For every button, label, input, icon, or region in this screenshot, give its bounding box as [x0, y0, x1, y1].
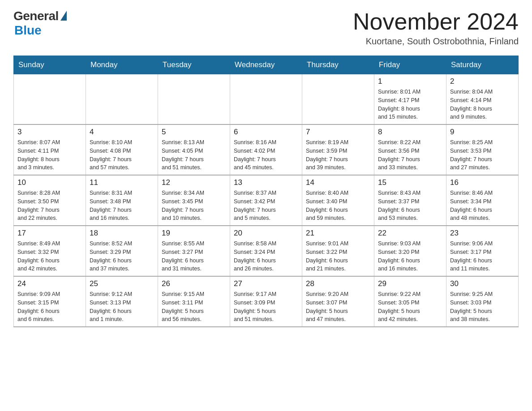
weekday-header-sunday: Sunday: [14, 56, 86, 74]
calendar-cell: 30Sunrise: 9:25 AM Sunset: 3:03 PM Dayli…: [446, 276, 519, 327]
weekday-header-monday: Monday: [86, 56, 158, 74]
calendar-cell: 2Sunrise: 8:04 AM Sunset: 4:14 PM Daylig…: [446, 74, 519, 125]
calendar-cell: [230, 74, 302, 125]
calendar-cell: 19Sunrise: 8:55 AM Sunset: 3:27 PM Dayli…: [158, 226, 230, 276]
day-number: 7: [306, 128, 370, 137]
calendar-week-1: 1Sunrise: 8:01 AM Sunset: 4:17 PM Daylig…: [14, 74, 519, 125]
day-number: 20: [234, 229, 298, 238]
day-info: Sunrise: 9:20 AM Sunset: 3:07 PM Dayligh…: [306, 290, 370, 324]
day-info: Sunrise: 8:40 AM Sunset: 3:40 PM Dayligh…: [306, 189, 370, 223]
day-number: 11: [90, 178, 154, 187]
calendar-week-4: 17Sunrise: 8:49 AM Sunset: 3:32 PM Dayli…: [14, 226, 519, 276]
calendar-cell: 16Sunrise: 8:46 AM Sunset: 3:34 PM Dayli…: [446, 175, 519, 226]
calendar-cell: 5Sunrise: 8:13 AM Sunset: 4:05 PM Daylig…: [158, 124, 230, 175]
day-info: Sunrise: 9:17 AM Sunset: 3:09 PM Dayligh…: [234, 290, 298, 324]
day-info: Sunrise: 9:12 AM Sunset: 3:13 PM Dayligh…: [90, 290, 154, 324]
day-number: 29: [378, 279, 442, 288]
day-info: Sunrise: 9:01 AM Sunset: 3:22 PM Dayligh…: [306, 240, 370, 273]
calendar-cell: 27Sunrise: 9:17 AM Sunset: 3:09 PM Dayli…: [230, 276, 302, 327]
day-number: 1: [378, 77, 442, 86]
day-number: 2: [450, 77, 515, 86]
calendar-cell: 26Sunrise: 9:15 AM Sunset: 3:11 PM Dayli…: [158, 276, 230, 327]
calendar-cell: 3Sunrise: 8:07 AM Sunset: 4:11 PM Daylig…: [14, 124, 86, 175]
day-info: Sunrise: 8:25 AM Sunset: 3:53 PM Dayligh…: [450, 138, 515, 172]
calendar-cell: 21Sunrise: 9:01 AM Sunset: 3:22 PM Dayli…: [302, 226, 374, 276]
day-number: 3: [17, 128, 82, 137]
calendar-body: 1Sunrise: 8:01 AM Sunset: 4:17 PM Daylig…: [14, 74, 519, 327]
day-number: 15: [378, 178, 442, 187]
day-info: Sunrise: 8:28 AM Sunset: 3:50 PM Dayligh…: [17, 189, 82, 223]
logo-general-text: General: [13, 9, 59, 23]
logo-blue-text: Blue: [14, 23, 42, 38]
calendar-cell: [302, 74, 374, 125]
calendar-cell: 11Sunrise: 8:31 AM Sunset: 3:48 PM Dayli…: [86, 175, 158, 226]
calendar-cell: [158, 74, 230, 125]
calendar-table: SundayMondayTuesdayWednesdayThursdayFrid…: [13, 56, 519, 327]
calendar-cell: 12Sunrise: 8:34 AM Sunset: 3:45 PM Dayli…: [158, 175, 230, 226]
calendar-week-2: 3Sunrise: 8:07 AM Sunset: 4:11 PM Daylig…: [14, 124, 519, 175]
day-info: Sunrise: 9:25 AM Sunset: 3:03 PM Dayligh…: [450, 290, 515, 324]
day-number: 4: [90, 128, 154, 137]
calendar-week-3: 10Sunrise: 8:28 AM Sunset: 3:50 PM Dayli…: [14, 175, 519, 226]
day-info: Sunrise: 8:31 AM Sunset: 3:48 PM Dayligh…: [90, 189, 154, 223]
day-info: Sunrise: 8:55 AM Sunset: 3:27 PM Dayligh…: [162, 240, 226, 273]
day-info: Sunrise: 8:16 AM Sunset: 4:02 PM Dayligh…: [234, 138, 298, 172]
day-info: Sunrise: 8:22 AM Sunset: 3:56 PM Dayligh…: [378, 138, 442, 172]
calendar-cell: 7Sunrise: 8:19 AM Sunset: 3:59 PM Daylig…: [302, 124, 374, 175]
day-number: 8: [378, 128, 442, 137]
calendar-cell: 29Sunrise: 9:22 AM Sunset: 3:05 PM Dayli…: [374, 276, 446, 327]
day-info: Sunrise: 9:15 AM Sunset: 3:11 PM Dayligh…: [162, 290, 226, 324]
day-info: Sunrise: 9:22 AM Sunset: 3:05 PM Dayligh…: [378, 290, 442, 324]
calendar-cell: 10Sunrise: 8:28 AM Sunset: 3:50 PM Dayli…: [14, 175, 86, 226]
calendar-cell: 25Sunrise: 9:12 AM Sunset: 3:13 PM Dayli…: [86, 276, 158, 327]
weekday-header-tuesday: Tuesday: [158, 56, 230, 74]
calendar-cell: 23Sunrise: 9:06 AM Sunset: 3:17 PM Dayli…: [446, 226, 519, 276]
day-info: Sunrise: 9:03 AM Sunset: 3:20 PM Dayligh…: [378, 240, 442, 273]
weekday-header-wednesday: Wednesday: [230, 56, 302, 74]
day-info: Sunrise: 8:07 AM Sunset: 4:11 PM Dayligh…: [17, 138, 82, 172]
calendar-cell: 20Sunrise: 8:58 AM Sunset: 3:24 PM Dayli…: [230, 226, 302, 276]
day-info: Sunrise: 8:58 AM Sunset: 3:24 PM Dayligh…: [234, 240, 298, 273]
day-number: 19: [162, 229, 226, 238]
weekday-header-thursday: Thursday: [302, 56, 374, 74]
calendar-cell: 24Sunrise: 9:09 AM Sunset: 3:15 PM Dayli…: [14, 276, 86, 327]
calendar-cell: 15Sunrise: 8:43 AM Sunset: 3:37 PM Dayli…: [374, 175, 446, 226]
day-number: 30: [450, 279, 515, 288]
day-number: 25: [90, 279, 154, 288]
day-info: Sunrise: 9:09 AM Sunset: 3:15 PM Dayligh…: [17, 290, 82, 324]
day-number: 5: [162, 128, 226, 137]
page-header: General Blue November 2024 Kuortane, Sou…: [13, 9, 519, 47]
day-info: Sunrise: 8:46 AM Sunset: 3:34 PM Dayligh…: [450, 189, 515, 223]
logo: General Blue: [13, 9, 67, 38]
calendar-cell: [14, 74, 86, 125]
day-number: 26: [162, 279, 226, 288]
calendar-cell: 6Sunrise: 8:16 AM Sunset: 4:02 PM Daylig…: [230, 124, 302, 175]
month-title: November 2024: [353, 9, 519, 34]
day-number: 10: [17, 178, 82, 187]
day-info: Sunrise: 8:01 AM Sunset: 4:17 PM Dayligh…: [378, 88, 442, 121]
title-block: November 2024 Kuortane, South Ostrobothn…: [353, 9, 519, 47]
calendar-cell: 17Sunrise: 8:49 AM Sunset: 3:32 PM Dayli…: [14, 226, 86, 276]
day-number: 9: [450, 128, 515, 137]
calendar-cell: 28Sunrise: 9:20 AM Sunset: 3:07 PM Dayli…: [302, 276, 374, 327]
day-number: 28: [306, 279, 370, 288]
calendar-week-5: 24Sunrise: 9:09 AM Sunset: 3:15 PM Dayli…: [14, 276, 519, 327]
day-info: Sunrise: 8:52 AM Sunset: 3:29 PM Dayligh…: [90, 240, 154, 273]
calendar-cell: 1Sunrise: 8:01 AM Sunset: 4:17 PM Daylig…: [374, 74, 446, 125]
calendar-cell: 13Sunrise: 8:37 AM Sunset: 3:42 PM Dayli…: [230, 175, 302, 226]
day-info: Sunrise: 8:34 AM Sunset: 3:45 PM Dayligh…: [162, 189, 226, 223]
day-number: 12: [162, 178, 226, 187]
day-info: Sunrise: 8:43 AM Sunset: 3:37 PM Dayligh…: [378, 189, 442, 223]
weekday-header-friday: Friday: [374, 56, 446, 74]
calendar-cell: [86, 74, 158, 125]
day-number: 22: [378, 229, 442, 238]
day-number: 21: [306, 229, 370, 238]
day-info: Sunrise: 8:19 AM Sunset: 3:59 PM Dayligh…: [306, 138, 370, 172]
day-number: 24: [17, 279, 82, 288]
day-number: 6: [234, 128, 298, 137]
day-info: Sunrise: 8:10 AM Sunset: 4:08 PM Dayligh…: [90, 138, 154, 172]
day-info: Sunrise: 8:04 AM Sunset: 4:14 PM Dayligh…: [450, 88, 515, 121]
weekday-header-saturday: Saturday: [446, 56, 519, 74]
calendar-cell: 22Sunrise: 9:03 AM Sunset: 3:20 PM Dayli…: [374, 226, 446, 276]
calendar-cell: 9Sunrise: 8:25 AM Sunset: 3:53 PM Daylig…: [446, 124, 519, 175]
